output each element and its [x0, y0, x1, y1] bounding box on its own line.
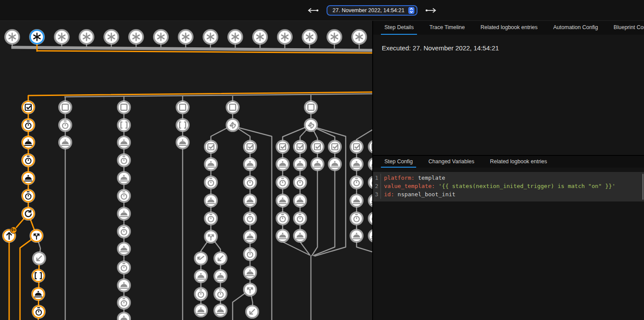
- tab-step-details[interactable]: Step Details: [381, 21, 417, 35]
- graph-node-cloche[interactable]: [293, 194, 307, 208]
- graph-node-timer[interactable]: [276, 175, 290, 189]
- graph-node-choose[interactable]: [304, 118, 318, 132]
- graph-node-repeat[interactable]: [21, 207, 35, 221]
- graph-node-asterisk[interactable]: [128, 29, 144, 45]
- graph-node-cloche[interactable]: [293, 157, 307, 171]
- graph-node-asterisk[interactable]: [103, 29, 119, 45]
- run-datetime-select[interactable]: 27. November 2022, 14:54:21: [327, 5, 417, 16]
- graph-node-cloche[interactable]: [214, 269, 227, 283]
- graph-node-asterisk[interactable]: [252, 29, 268, 45]
- tab-related-logbook-entries[interactable]: Related logbook entries: [477, 21, 541, 35]
- graph-node-asterisk[interactable]: [54, 29, 70, 45]
- graph-node-asterisk[interactable]: [4, 29, 20, 45]
- graph-node-cloche[interactable]: [204, 157, 218, 171]
- graph-node-checkbox[interactable]: [21, 100, 35, 114]
- graph-node-timer[interactable]: [243, 175, 257, 189]
- graph-node-cloche[interactable]: [350, 157, 364, 171]
- graph-node-timer[interactable]: [21, 118, 35, 132]
- tab-automation-config[interactable]: Automation Config: [550, 21, 601, 35]
- graph-node-asterisk[interactable]: [327, 29, 342, 45]
- graph-node-cloche[interactable]: [350, 229, 364, 243]
- graph-node-asterisk[interactable]: [277, 29, 293, 45]
- graph-node-split[interactable]: [204, 230, 218, 244]
- graph-node-cloche[interactable]: [276, 229, 290, 243]
- graph-node-square[interactable]: [304, 100, 318, 114]
- yaml-code-editor[interactable]: 1platform: template2value_template: '{{ …: [373, 172, 644, 201]
- graph-node-asterisk[interactable]: [227, 29, 243, 45]
- graph-node-cloche[interactable]: [204, 194, 218, 208]
- graph-node-cloche[interactable]: [117, 207, 131, 221]
- graph-node-timer[interactable]: [21, 189, 35, 203]
- tab-related-logbook-entries[interactable]: Related logbook entries: [487, 156, 551, 168]
- graph-node-choose[interactable]: [226, 118, 240, 132]
- graph-node-cloche[interactable]: [243, 194, 257, 208]
- graph-node-brackets[interactable]: [117, 118, 131, 132]
- tab-changed-variables[interactable]: Changed Variables: [425, 156, 477, 168]
- graph-node-timer[interactable]: [368, 175, 372, 189]
- graph-node-checkbox[interactable]: [328, 140, 342, 154]
- graph-node-timer[interactable]: [117, 224, 131, 238]
- graph-node-timer[interactable]: [293, 211, 307, 225]
- graph-node-timer[interactable]: [58, 118, 72, 132]
- graph-node-cloche[interactable]: [368, 157, 372, 171]
- graph-node-checkbox[interactable]: [310, 140, 324, 154]
- graph-node-timer[interactable]: [194, 287, 208, 301]
- graph-node-asterisk[interactable]: [153, 29, 169, 45]
- graph-node-cloche[interactable]: [117, 312, 131, 320]
- graph-node-square[interactable]: [58, 100, 72, 114]
- graph-node-timer[interactable]: [350, 175, 364, 189]
- graph-node-abl[interactable]: [214, 251, 227, 265]
- graph-node-cloche[interactable]: [176, 135, 190, 149]
- graph-node-timer[interactable]: [243, 247, 257, 261]
- tab-trace-timeline[interactable]: Trace Timeline: [426, 21, 468, 35]
- graph-node-arrowup[interactable]: 9+: [2, 227, 17, 243]
- graph-node-cloche[interactable]: [293, 229, 307, 243]
- graph-node-checkbox[interactable]: [293, 140, 307, 154]
- graph-node-timer[interactable]: [21, 153, 35, 167]
- graph-node-asterisk[interactable]: [29, 29, 45, 45]
- graph-node-cloche[interactable]: [243, 230, 257, 244]
- graph-node-asterisk[interactable]: [79, 29, 94, 45]
- graph-node-checkbox[interactable]: [276, 140, 290, 154]
- graph-node-cloche[interactable]: [368, 229, 372, 243]
- graph-node-timer[interactable]: [214, 287, 227, 301]
- graph-node-cloche[interactable]: [310, 157, 324, 171]
- graph-node-timer[interactable]: [117, 189, 131, 203]
- graph-node-checkbox[interactable]: [350, 140, 364, 154]
- graph-node-checkbox[interactable]: [243, 140, 257, 154]
- next-run-button[interactable]: [424, 6, 439, 15]
- graph-node-timer[interactable]: [350, 211, 364, 225]
- previous-run-button[interactable]: [305, 6, 320, 15]
- graph-node-cloche[interactable]: [276, 194, 290, 208]
- graph-node-cloche[interactable]: [368, 194, 372, 208]
- graph-node-cloche[interactable]: [117, 278, 131, 292]
- graph-node-split[interactable]: [30, 229, 43, 243]
- graph-node-abl[interactable]: [245, 305, 259, 319]
- graph-node-square[interactable]: [176, 100, 190, 114]
- graph-node-square[interactable]: [226, 100, 240, 114]
- graph-node-timer[interactable]: [368, 211, 372, 225]
- tab-step-config[interactable]: Step Config: [381, 156, 416, 168]
- graph-node-cloche[interactable]: [350, 194, 364, 208]
- graph-node-asterisk[interactable]: [203, 29, 218, 45]
- graph-node-cloche[interactable]: [214, 304, 227, 317]
- graph-node-asterisk[interactable]: [351, 29, 367, 45]
- graph-node-timer[interactable]: [204, 211, 218, 225]
- graph-node-cloche[interactable]: [243, 266, 257, 280]
- graph-node-brackets[interactable]: [176, 118, 190, 132]
- graph-node-timer[interactable]: [293, 175, 307, 189]
- graph-node-asterisk[interactable]: [302, 29, 317, 45]
- graph-node-brackets[interactable]: [31, 269, 45, 283]
- graph-node-square[interactable]: [117, 100, 131, 114]
- code-scrollbar[interactable]: [642, 174, 644, 200]
- graph-node-timer[interactable]: [117, 296, 131, 310]
- graph-node-cloche[interactable]: [21, 171, 35, 185]
- graph-node-asterisk[interactable]: [178, 29, 194, 45]
- graph-node-timer[interactable]: [32, 305, 46, 319]
- graph-node-cloche[interactable]: [117, 242, 131, 256]
- graph-node-timer[interactable]: [117, 153, 131, 167]
- graph-node-checkarrow[interactable]: [194, 251, 208, 265]
- graph-node-timer[interactable]: [243, 211, 257, 225]
- graph-node-cloche[interactable]: [58, 135, 72, 149]
- graph-node-cloche[interactable]: [194, 304, 208, 317]
